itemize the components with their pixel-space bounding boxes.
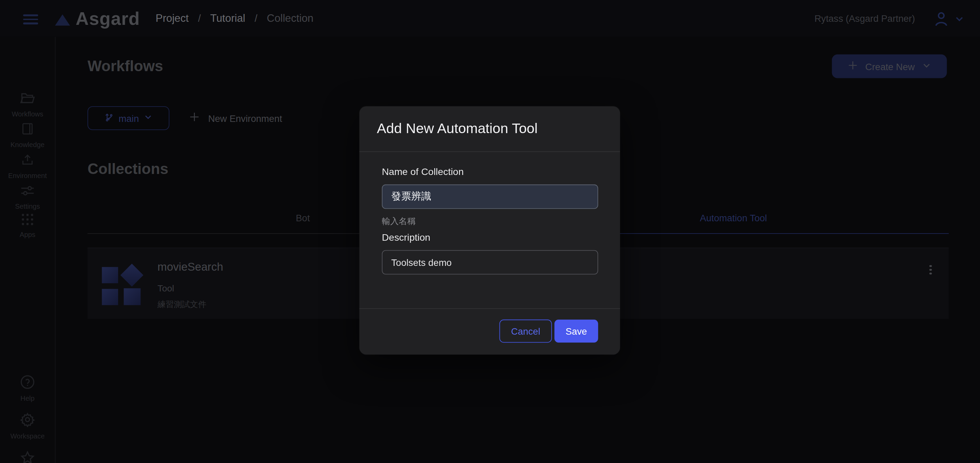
name-helper-text: 輸入名稱 — [382, 216, 415, 227]
app-root: Asgard Project / Tutorial / Collection R… — [0, 0, 980, 463]
dialog-header-divider — [360, 151, 620, 152]
collection-name-input[interactable] — [382, 185, 598, 209]
description-input[interactable] — [382, 250, 598, 275]
dialog-title: Add New Automation Tool — [377, 121, 538, 137]
dialog-footer-divider — [360, 308, 620, 309]
save-button[interactable]: Save — [554, 320, 598, 343]
add-automation-tool-dialog: Add New Automation Tool Name of Collecti… — [360, 106, 620, 354]
description-label: Description — [382, 232, 430, 243]
cancel-button[interactable]: Cancel — [500, 320, 552, 343]
name-of-collection-label: Name of Collection — [382, 166, 464, 178]
